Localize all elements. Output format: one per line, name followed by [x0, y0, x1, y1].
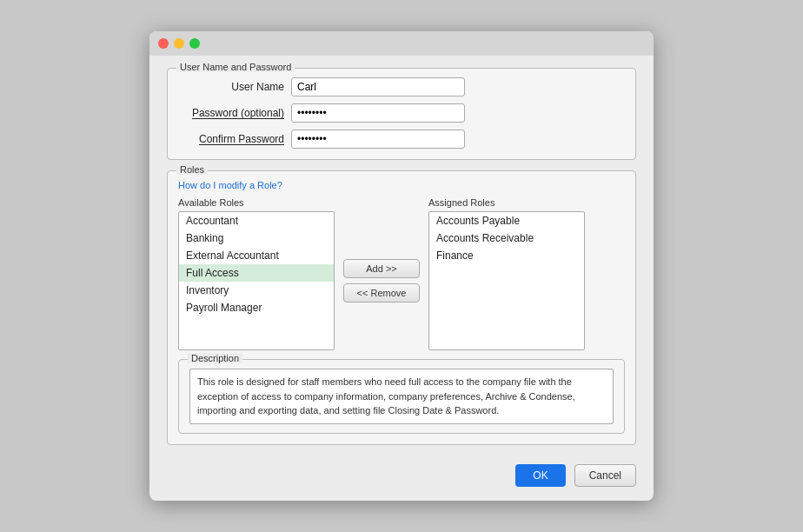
list-item[interactable]: External Accountant	[179, 247, 334, 264]
maximize-icon[interactable]	[189, 38, 200, 49]
password-row: Password (optional)	[178, 103, 625, 123]
add-button[interactable]: Add >>	[343, 259, 420, 278]
user-password-section-label: User Name and Password	[176, 62, 295, 72]
cancel-button[interactable]: Cancel	[574, 464, 636, 487]
username-input[interactable]	[291, 77, 465, 96]
footer: OK Cancel	[149, 456, 654, 487]
list-item[interactable]: Inventory	[179, 282, 334, 299]
description-text: This role is designed for staff members …	[189, 369, 614, 424]
help-link[interactable]: How do I modify a Role?	[178, 180, 625, 190]
close-icon[interactable]	[158, 38, 169, 49]
dialog-window: User Name and Password User Name Passwor…	[149, 31, 654, 501]
assigned-roles-list[interactable]: Accounts Payable Accounts Receivable Fin…	[428, 211, 585, 350]
confirm-password-input[interactable]	[291, 130, 465, 149]
roles-columns: Available Roles Accountant Banking Exter…	[178, 197, 625, 350]
username-row: User Name	[178, 77, 625, 96]
username-label: User Name	[178, 81, 291, 93]
password-label: Password (optional)	[178, 107, 291, 119]
assigned-roles-col: Assigned Roles Accounts Payable Accounts…	[428, 197, 585, 350]
available-roles-list[interactable]: Accountant Banking External Accountant F…	[178, 211, 335, 350]
roles-section-label: Roles	[176, 164, 208, 175]
list-item[interactable]: Accounts Payable	[429, 212, 584, 229]
dialog-content: User Name and Password User Name Passwor…	[149, 56, 654, 445]
user-password-section: User Name and Password User Name Passwor…	[167, 68, 636, 160]
roles-section: Roles How do I modify a Role? Available …	[167, 170, 636, 445]
confirm-password-row: Confirm Password	[178, 130, 625, 149]
ok-button[interactable]: OK	[515, 464, 565, 487]
list-item[interactable]: Accounts Receivable	[429, 229, 584, 247]
description-section: Description This role is designed for st…	[178, 359, 625, 434]
available-roles-col: Available Roles Accountant Banking Exter…	[178, 197, 335, 350]
list-item[interactable]: Finance	[429, 247, 584, 264]
password-input[interactable]	[291, 103, 465, 123]
remove-button[interactable]: << Remove	[343, 283, 420, 303]
minimize-icon[interactable]	[174, 38, 184, 49]
assigned-roles-header: Assigned Roles	[428, 197, 585, 208]
add-remove-buttons: Add >> << Remove	[343, 259, 420, 303]
titlebar	[149, 31, 654, 56]
list-item[interactable]: Banking	[179, 229, 334, 247]
list-item[interactable]: Accountant	[179, 212, 334, 229]
confirm-password-label: Confirm Password	[178, 133, 291, 145]
list-item[interactable]: Full Access	[179, 264, 334, 282]
description-label: Description	[188, 353, 242, 363]
available-roles-header: Available Roles	[178, 197, 335, 208]
list-item[interactable]: Payroll Manager	[179, 299, 334, 316]
